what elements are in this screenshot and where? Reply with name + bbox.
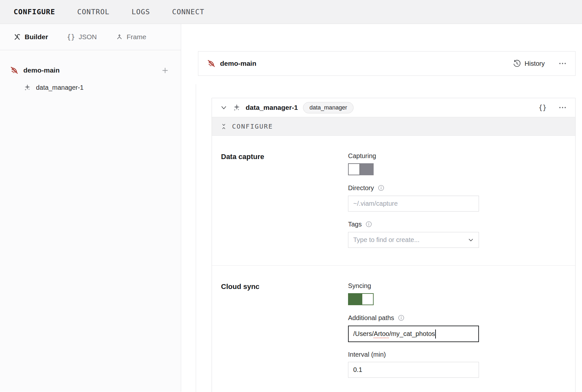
tools-icon — [14, 33, 21, 41]
offline-wifi-icon — [10, 66, 18, 75]
additional-paths-input[interactable]: /Users/Artoo/my_cat_photos — [348, 326, 479, 342]
machine-header-card: demo-main History — [198, 51, 576, 76]
tab-connect[interactable]: CONNECT — [172, 8, 204, 16]
sidebar: Builder {} JSON Frame — [0, 24, 181, 392]
syncing-toggle[interactable] — [348, 293, 374, 305]
tab-logs[interactable]: LOGS — [132, 8, 150, 16]
braces-icon: {} — [67, 33, 75, 41]
additional-paths-label-row: Additional paths — [348, 314, 479, 321]
text-cursor — [435, 329, 436, 339]
mode-tab-json[interactable]: {} JSON — [67, 33, 97, 41]
mode-tab-builder[interactable]: Builder — [14, 33, 48, 41]
part-container: data_manager-1 data_manager {} — [196, 84, 576, 392]
data-manager-card: data_manager-1 data_manager {} — [212, 98, 576, 392]
component-name: data_manager-1 — [36, 84, 84, 91]
sparkles-icon — [232, 103, 241, 112]
toggle-knob — [362, 293, 374, 305]
path-suffix: /my_cat_photos — [389, 330, 435, 338]
tags-label-row: Tags — [348, 221, 479, 228]
info-icon[interactable] — [378, 184, 385, 191]
capturing-toggle[interactable] — [348, 163, 374, 175]
directory-label: Directory — [348, 185, 374, 191]
machine-title: demo-main — [220, 60, 256, 67]
directory-label-row: Directory — [348, 184, 479, 191]
sparkles-icon — [23, 84, 31, 92]
history-icon — [513, 59, 521, 68]
history-label: History — [525, 60, 545, 67]
interval-label-row: Interval (min) — [348, 351, 479, 358]
tree-item-machine[interactable]: demo-main — [0, 63, 181, 78]
frame-icon — [116, 33, 123, 41]
tab-configure[interactable]: CONFIGURE — [14, 8, 55, 16]
info-icon[interactable] — [398, 314, 405, 321]
tags-input[interactable] — [348, 232, 479, 248]
mode-tab-label: Frame — [127, 33, 146, 41]
top-nav: CONFIGURE CONTROL LOGS CONNECT — [0, 0, 582, 24]
offline-wifi-icon — [207, 59, 215, 68]
mode-tab-label: Builder — [25, 33, 48, 41]
interval-input[interactable] — [348, 362, 479, 378]
tab-control[interactable]: CONTROL — [77, 8, 110, 16]
configure-section-bar[interactable]: CONFIGURE — [212, 117, 575, 136]
collapse-section-icon — [220, 123, 227, 130]
info-icon[interactable] — [365, 221, 372, 228]
directory-input[interactable] — [348, 196, 479, 212]
additional-paths-label: Additional paths — [348, 315, 394, 321]
machine-name: demo-main — [23, 66, 60, 74]
toggle-knob — [348, 163, 360, 175]
syncing-label-row: Syncing — [348, 282, 479, 289]
section-heading: Data capture — [221, 153, 348, 248]
cloud-sync-section: Cloud sync Syncing Additional paths — [212, 265, 575, 392]
data-capture-section: Data capture Capturing Directory — [212, 136, 575, 265]
collapse-chevron-icon[interactable] — [220, 104, 227, 111]
view-json-button[interactable]: {} — [539, 104, 547, 111]
path-misspelled-word: Artoo — [374, 330, 389, 338]
component-card-header: data_manager-1 data_manager {} — [212, 98, 575, 117]
capturing-label-row: Capturing — [348, 153, 479, 159]
component-menu-button[interactable] — [558, 103, 567, 112]
tree-item-data-manager[interactable]: data_manager-1 — [0, 80, 181, 95]
history-button[interactable]: History — [513, 59, 545, 68]
component-title: data_manager-1 — [246, 104, 298, 111]
machine-menu-button[interactable] — [558, 59, 567, 68]
machine-tree: demo-main data_manager-1 — [0, 50, 181, 95]
component-type-badge: data_manager — [303, 102, 354, 113]
interval-label: Interval (min) — [348, 351, 386, 358]
toggle-track — [360, 163, 374, 175]
add-component-button[interactable] — [161, 66, 169, 75]
configure-bar-label: CONFIGURE — [232, 122, 273, 130]
tags-select[interactable] — [348, 232, 479, 248]
main-panel: demo-main History — [181, 24, 582, 392]
path-prefix: /Users/ — [353, 330, 374, 338]
toggle-track — [348, 293, 362, 305]
capturing-label: Capturing — [348, 153, 376, 159]
tags-label: Tags — [348, 221, 362, 227]
mode-tab-frame[interactable]: Frame — [116, 33, 146, 41]
mode-tab-label: JSON — [79, 33, 97, 41]
mode-toolbar: Builder {} JSON Frame — [0, 24, 181, 50]
section-heading: Cloud sync — [221, 282, 348, 378]
syncing-label: Syncing — [348, 282, 371, 289]
